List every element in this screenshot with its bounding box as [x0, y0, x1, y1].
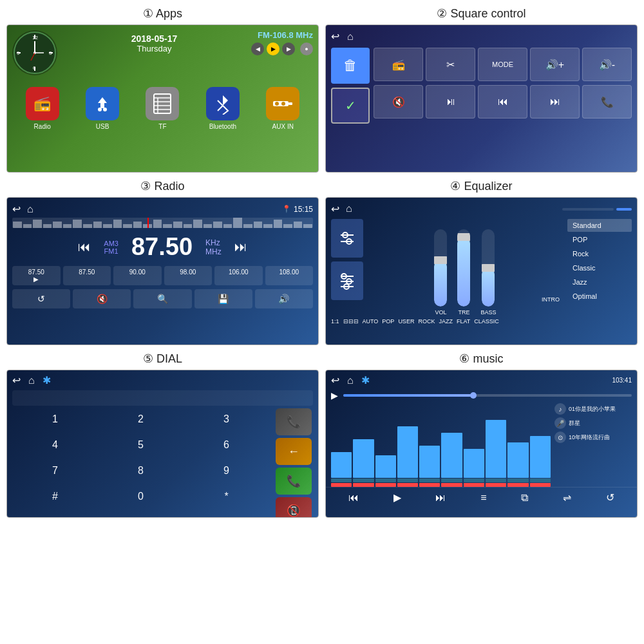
music-progress-bar[interactable]	[343, 394, 632, 397]
radio-ctrl-search[interactable]: 🔍	[133, 289, 191, 308]
radio-next-btn[interactable]: ▶	[282, 43, 295, 55]
app-icon-tf[interactable]: TF	[146, 87, 179, 130]
music-ctrl-prev[interactable]: ⏮	[348, 492, 359, 504]
sq-btn-next[interactable]: ⏭	[530, 85, 580, 118]
eq-back-btn[interactable]: ↩	[331, 203, 339, 215]
radio-preset-6[interactable]: 108.00	[265, 266, 314, 285]
app-icon-radio[interactable]: 📻 Radio	[26, 87, 59, 130]
music-ctrl-list[interactable]: ≡	[480, 492, 486, 504]
radio-ctrl-scan[interactable]: ↺	[12, 289, 70, 308]
dial-key-8[interactable]: 8	[128, 460, 154, 482]
radio-play-btn[interactable]: ▶	[267, 43, 279, 55]
radio-extra-btn[interactable]: ●	[300, 43, 313, 55]
radio-preset-5[interactable]: 106.00	[214, 266, 263, 285]
radio-preset-1[interactable]: 87.50▶	[12, 266, 61, 285]
eq-icon-bottom[interactable]	[331, 261, 363, 300]
sq-check-btn[interactable]: ✓	[331, 88, 370, 124]
sq-btn-playpause[interactable]: ⏯	[426, 85, 475, 118]
eq-preset-optimal[interactable]: Optimal	[567, 290, 632, 303]
app-icon-aux[interactable]: AUX IN	[266, 87, 299, 130]
svg-text:12: 12	[32, 35, 38, 41]
radio-home-btn[interactable]: ⌂	[27, 204, 33, 215]
dial-back-btn[interactable]: ↩	[12, 374, 21, 386]
music-home-btn[interactable]: ⌂	[347, 375, 354, 386]
eq-screen: ↩ ⌂	[325, 197, 638, 345]
music-progress-fill	[343, 394, 473, 397]
dial-side-answer-btn[interactable]: 📞	[276, 468, 312, 495]
radio-preset-2[interactable]: 87.50	[63, 266, 111, 285]
radio-preset-4[interactable]: 98.00	[164, 266, 213, 285]
eq-preset-classic[interactable]: Classic	[567, 261, 632, 274]
eq-classic-label[interactable]: CLASSIC	[474, 318, 499, 325]
eq-pop-label[interactable]: POP	[382, 318, 394, 325]
eq-bar-track-vol[interactable]	[434, 229, 447, 307]
eq-flat-label[interactable]: FLAT	[457, 318, 470, 325]
dial-key-7[interactable]: 7	[43, 460, 68, 482]
sq-btn-vol-down[interactable]: 🔊-	[582, 48, 632, 81]
sq-back-btn[interactable]: ↩	[331, 30, 339, 43]
radio-prev-btn[interactable]: ◀	[251, 43, 264, 55]
radio-ctrl-save[interactable]: 💾	[194, 289, 252, 308]
radio-ctrl-mute[interactable]: 🔇	[73, 289, 131, 308]
dial-key-9[interactable]: 9	[214, 460, 240, 482]
eq-bar-handle-vol[interactable]	[434, 256, 447, 264]
eq-bar-track-tre[interactable]	[457, 229, 470, 307]
app-icon-usb[interactable]: USB	[86, 87, 119, 130]
sq-btn-mute[interactable]: 🔇	[374, 85, 423, 118]
eq-rock-label[interactable]: ROCK	[418, 318, 435, 325]
dial-key-5[interactable]: 5	[128, 434, 154, 456]
dial-key-6[interactable]: 6	[214, 434, 240, 456]
eq-preset-jazz[interactable]: Jazz	[567, 276, 632, 289]
eq-jazz-label[interactable]: JAZZ	[439, 318, 453, 325]
dial-key-3[interactable]: 3	[214, 408, 240, 430]
sq-btn-vol-up[interactable]: 🔊+	[530, 48, 580, 81]
sq-delete-btn[interactable]: 🗑	[331, 48, 370, 84]
music-track-1[interactable]: ♪ 01你是我的小苹果	[554, 403, 632, 415]
radio-next-freq-btn[interactable]: ⏭	[234, 240, 247, 254]
dial-bt-icon: ✱	[43, 374, 51, 386]
sq-btn-cut[interactable]: ✂	[426, 48, 475, 81]
music-ctrl-eq[interactable]: ⧉	[521, 492, 528, 504]
eq-highlight-box	[616, 208, 632, 211]
music-track-2[interactable]: 🎤 群星	[554, 417, 632, 429]
sq-btn-prev[interactable]: ⏮	[478, 85, 527, 118]
dial-key-star[interactable]: *	[214, 486, 240, 507]
dial-home-btn[interactable]: ⌂	[28, 375, 35, 386]
sq-btn-mode[interactable]: MODE	[478, 48, 527, 81]
music-back-btn[interactable]: ↩	[331, 374, 339, 386]
sq-home-btn[interactable]: ⌂	[347, 31, 354, 43]
dial-side-hangup-btn[interactable]: 📵	[276, 497, 312, 518]
dial-key-hash[interactable]: #	[43, 486, 68, 507]
sq-btn-radio[interactable]: 📻	[374, 48, 423, 81]
eq-icon-top[interactable]	[331, 219, 363, 258]
eq-bar-handle-bass[interactable]	[482, 264, 495, 272]
sq-btn-phone[interactable]: 📞	[582, 85, 632, 118]
music-play-icon[interactable]: ▶	[331, 390, 338, 401]
music-ctrl-repeat[interactable]: ↺	[606, 491, 614, 504]
eq-preset-rock[interactable]: Rock	[567, 247, 632, 260]
radio-prev-freq-btn[interactable]: ⏮	[78, 240, 91, 254]
dial-key-0[interactable]: 0	[128, 486, 154, 507]
dial-key-2[interactable]: 2	[128, 408, 154, 430]
eq-name-input[interactable]	[562, 208, 614, 211]
music-ctrl-play[interactable]: ▶	[393, 491, 401, 504]
dial-key-4[interactable]: 4	[43, 434, 68, 456]
dial-key-1[interactable]: 1	[43, 408, 68, 430]
dial-side-back-btn[interactable]: ←	[276, 438, 312, 465]
music-ctrl-shuffle[interactable]: ⇌	[563, 491, 571, 504]
radio-preset-3[interactable]: 90.00	[113, 266, 162, 285]
app-icon-bluetooth[interactable]: Bluetooth	[206, 87, 240, 130]
radio-back-btn[interactable]: ↩	[12, 203, 21, 215]
eq-preset-standard[interactable]: Standard	[567, 219, 632, 232]
eq-auto-label[interactable]: AUTO	[363, 318, 379, 325]
eq-home-btn[interactable]: ⌂	[346, 203, 352, 215]
eq-user-label[interactable]: USER	[398, 318, 414, 325]
radio-ctrl-volume[interactable]: 🔊	[255, 289, 313, 308]
eq-bar-handle-tre[interactable]	[457, 233, 470, 241]
music-track-3[interactable]: ⊙ 10年网络流行曲	[554, 431, 632, 443]
eq-preset-pop[interactable]: POP	[567, 233, 632, 246]
dial-side-call-btn[interactable]: 📞	[276, 408, 312, 435]
eq-bar-label-tre: TRE	[458, 309, 469, 316]
eq-bar-track-bass[interactable]	[482, 229, 495, 307]
music-ctrl-next[interactable]: ⏭	[435, 492, 446, 504]
